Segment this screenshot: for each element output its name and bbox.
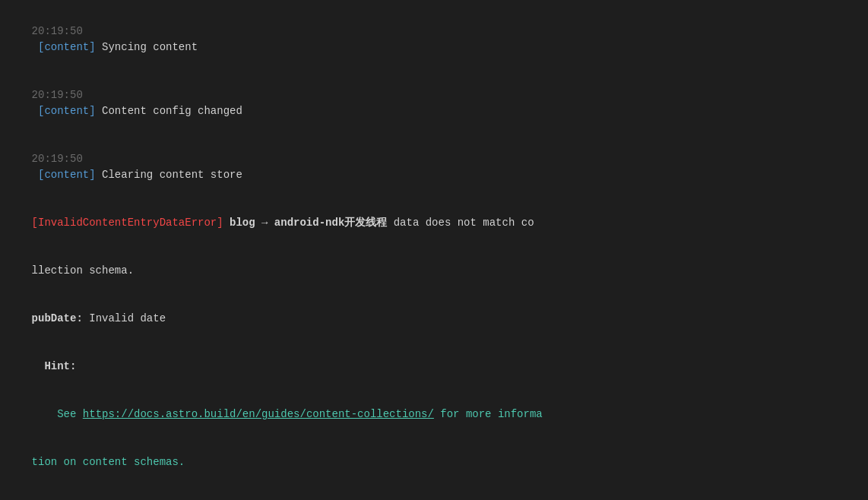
error-rest: data does not match co xyxy=(387,217,534,229)
hint-label-line: Hint: xyxy=(0,343,868,391)
timestamp-2: 20:19:50 xyxy=(32,89,83,101)
hint-end: for more informa xyxy=(434,408,543,420)
timestamp-3: 20:19:50 xyxy=(32,153,83,165)
error-collection: blog → android-ndk开发线程 xyxy=(223,217,388,229)
hint-label: Hint: xyxy=(32,360,77,372)
tag-2: [content] xyxy=(38,105,96,117)
hint-link[interactable]: https://docs.astro.build/en/guides/conte… xyxy=(83,408,434,420)
error-ref-label-line: Error reference: xyxy=(0,486,868,500)
pubdate-label: pubDate: xyxy=(32,312,83,324)
error-cont-text: llection schema. xyxy=(32,264,134,277)
msg-2: Content config changed xyxy=(96,105,242,117)
log-line-3: 20:19:50 [content] Clearing content stor… xyxy=(0,135,868,199)
log-line-1: 20:19:50 [content] Syncing content xyxy=(0,8,868,71)
log-line-2: 20:19:50 [content] Content config change… xyxy=(0,71,868,135)
hint-cont-text: tion on content schemas. xyxy=(32,456,185,468)
tag-bracket-3 xyxy=(32,169,38,181)
terminal: 20:19:50 [content] Syncing content 20:19… xyxy=(0,0,868,500)
hint-continuation: tion on content schemas. xyxy=(0,438,868,486)
error-header-line: [InvalidContentEntryDataError] blog → an… xyxy=(0,199,868,247)
msg-1: Syncing content xyxy=(96,41,198,53)
tag-3: [content] xyxy=(38,169,96,181)
pubdate-line: pubDate: Invalid date xyxy=(0,295,868,343)
error-tag: [InvalidContentEntryDataError] xyxy=(32,217,223,229)
tag-bracket-2 xyxy=(32,105,38,117)
error-continuation: llection schema. xyxy=(0,247,868,295)
timestamp-1: 20:19:50 xyxy=(32,25,83,37)
hint-line: See https://docs.astro.build/en/guides/c… xyxy=(0,391,868,438)
pubdate-value: Invalid date xyxy=(83,312,166,324)
hint-intro: See xyxy=(32,408,83,420)
tag-bracket-1 xyxy=(32,41,38,53)
tag-1: [content] xyxy=(38,41,96,53)
msg-3: Clearing content store xyxy=(96,169,242,181)
